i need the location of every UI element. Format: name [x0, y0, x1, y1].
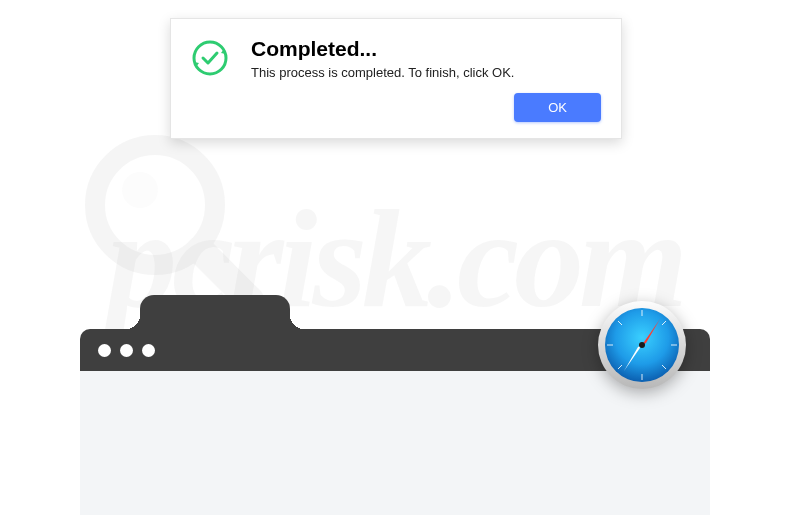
safari-icon: [596, 299, 688, 395]
svg-point-1: [122, 172, 158, 208]
svg-point-14: [639, 342, 645, 348]
success-check-icon: [191, 39, 229, 81]
close-icon[interactable]: [98, 344, 111, 357]
minimize-icon[interactable]: [120, 344, 133, 357]
svg-point-15: [194, 42, 226, 74]
completion-dialog: Completed... This process is completed. …: [170, 18, 622, 139]
watermark-magnifier-icon: [70, 120, 270, 324]
maximize-icon[interactable]: [142, 344, 155, 357]
browser-tab[interactable]: [140, 295, 290, 329]
ok-button[interactable]: OK: [514, 93, 601, 122]
svg-point-0: [95, 145, 215, 265]
dialog-title: Completed...: [251, 37, 601, 61]
dialog-message: This process is completed. To finish, cl…: [251, 65, 601, 80]
